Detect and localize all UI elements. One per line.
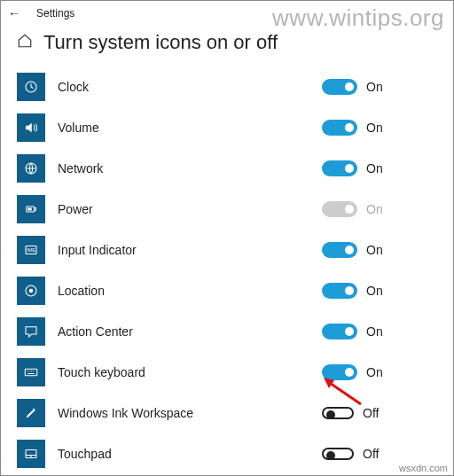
page-title: Turn system icons on or off xyxy=(43,31,278,54)
page-header: Turn system icons on or off xyxy=(1,26,453,66)
toggle-switch xyxy=(322,448,354,460)
toggle-action-center[interactable]: On xyxy=(322,324,437,339)
keyboard-icon xyxy=(17,358,45,386)
globe-icon xyxy=(17,154,45,183)
touchpad-icon xyxy=(17,440,45,468)
row-power: PowerOn xyxy=(17,189,437,230)
label-touchpad: Touchpad xyxy=(58,447,322,461)
toggle-state-text: Off xyxy=(363,447,379,461)
titlebar: ← Settings xyxy=(1,1,453,26)
toggle-state-text: On xyxy=(366,80,383,94)
toggle-switch xyxy=(322,364,357,380)
toggle-input-indicator[interactable]: On xyxy=(322,242,437,258)
volume-icon xyxy=(17,113,45,142)
toggle-touchpad[interactable]: Off xyxy=(322,447,437,461)
toggle-power: On xyxy=(322,201,437,217)
row-touch-keyboard: Touch keyboardOn xyxy=(17,352,437,393)
action-center-icon xyxy=(17,317,45,346)
toggle-state-text: On xyxy=(366,243,383,257)
svg-text:IME: IME xyxy=(27,247,35,253)
toggle-location[interactable]: On xyxy=(322,283,437,299)
toggle-state-text: On xyxy=(366,121,383,135)
toggle-switch xyxy=(322,407,354,419)
label-clock: Clock xyxy=(58,80,322,94)
row-network: NetworkOn xyxy=(17,148,437,189)
ime-icon: IME xyxy=(17,236,45,264)
toggle-state-text: On xyxy=(366,161,383,176)
label-location: Location xyxy=(58,284,322,298)
toggle-network[interactable]: On xyxy=(322,160,437,176)
row-clock: ClockOn xyxy=(17,66,437,107)
power-icon xyxy=(17,195,45,223)
svg-point-7 xyxy=(29,289,34,293)
row-windows-ink: Windows Ink WorkspaceOff xyxy=(17,393,437,433)
label-volume: Volume xyxy=(58,121,322,135)
row-action-center: Action CenterOn xyxy=(17,311,437,352)
toggle-state-text: On xyxy=(366,202,383,216)
clock-icon xyxy=(17,73,45,101)
row-volume: VolumeOn xyxy=(17,107,437,148)
back-button[interactable]: ← xyxy=(8,6,20,20)
toggle-switch xyxy=(322,242,357,258)
toggle-switch xyxy=(322,79,357,95)
label-power: Power xyxy=(58,202,322,216)
label-action-center: Action Center xyxy=(58,324,322,339)
row-touchpad: TouchpadOff xyxy=(17,433,437,474)
svg-rect-3 xyxy=(27,208,32,211)
window-title: Settings xyxy=(36,7,74,20)
label-touch-keyboard: Touch keyboard xyxy=(58,365,322,379)
row-input-indicator: IMEInput IndicatorOn xyxy=(17,230,437,270)
toggle-state-text: On xyxy=(366,365,383,379)
system-icons-list: ClockOnVolumeOnNetworkOnPowerOnIMEInput … xyxy=(1,66,453,474)
home-icon[interactable] xyxy=(17,33,33,52)
toggle-touch-keyboard[interactable]: On xyxy=(322,364,437,380)
toggle-volume[interactable]: On xyxy=(322,120,437,136)
row-location: LocationOn xyxy=(17,270,437,311)
toggle-switch xyxy=(322,283,357,299)
toggle-switch xyxy=(322,120,357,136)
pen-icon xyxy=(17,399,45,427)
toggle-clock[interactable]: On xyxy=(322,79,437,95)
toggle-state-text: On xyxy=(366,284,383,298)
location-icon xyxy=(17,277,45,305)
toggle-state-text: Off xyxy=(363,406,379,420)
toggle-state-text: On xyxy=(366,324,383,339)
toggle-switch xyxy=(322,160,357,176)
svg-rect-8 xyxy=(25,369,37,376)
label-windows-ink: Windows Ink Workspace xyxy=(58,406,322,420)
label-input-indicator: Input Indicator xyxy=(58,243,322,257)
label-network: Network xyxy=(58,161,322,176)
toggle-switch xyxy=(322,201,357,217)
toggle-windows-ink[interactable]: Off xyxy=(322,406,437,420)
toggle-switch xyxy=(322,324,357,339)
